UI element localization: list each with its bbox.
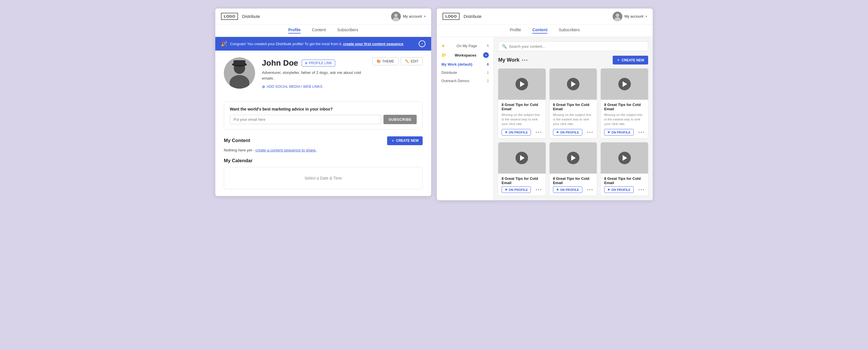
on-my-page-count: 6 (487, 44, 489, 48)
content-card: 8 Great Tips for Cold Email Missing on t… (601, 68, 648, 138)
search-input[interactable] (509, 44, 645, 49)
card-title: 8 Great Tips for Cold Email (553, 103, 594, 111)
left-nav-tabs: Profile Content Subscribers (215, 24, 431, 37)
right-tab-profile[interactable]: Profile (510, 28, 521, 33)
on-profile-button[interactable]: ★ ON PROFILE (604, 129, 633, 136)
sidebar-item-label: Distribute (441, 70, 457, 75)
plus-icon: ＋ (617, 58, 620, 62)
card-thumbnail (550, 142, 597, 174)
play-button[interactable] (567, 78, 580, 90)
subscribe-button[interactable]: SUBSCRIBE (383, 115, 417, 124)
card-body: 8 Great Tips for Cold Email ★ ON PROFILE… (601, 174, 648, 196)
card-footer: ★ ON PROFILE ••• (502, 129, 542, 136)
card-more-button[interactable]: ••• (536, 130, 542, 135)
right-account-label: My account (625, 14, 643, 19)
right-body: ★ On My Page 6 📁 Workspaces + My Work (d… (437, 37, 653, 200)
email-input[interactable] (230, 115, 381, 124)
card-more-button[interactable]: ••• (587, 187, 594, 192)
card-more-button[interactable]: ••• (587, 130, 594, 135)
banner-arrow-icon[interactable]: › (418, 40, 426, 47)
sidebar-item-label: My Work (default) (441, 62, 472, 66)
star-icon: ★ (556, 188, 559, 192)
my-work-title: My Work (498, 57, 520, 63)
create-new-button[interactable]: ＋ CREATE NEW (387, 136, 423, 145)
right-tab-subscribers[interactable]: Subscribers (559, 28, 580, 33)
left-tab-subscribers[interactable]: Subscribers (337, 28, 358, 33)
edit-button[interactable]: ✏️ EDIT (401, 57, 423, 65)
my-calendar-title: My Calendar (224, 158, 423, 164)
card-title: 8 Great Tips for Cold Email (502, 103, 542, 111)
workspaces-section: 📁 Workspaces + (437, 50, 493, 60)
card-more-button[interactable]: ••• (638, 187, 645, 192)
left-account-menu[interactable]: My account ▾ (391, 12, 426, 21)
banner-link[interactable]: create your first content sequence (343, 42, 403, 46)
play-button[interactable] (567, 152, 580, 164)
play-button[interactable] (516, 152, 528, 164)
sidebar-item-outreach[interactable]: Outreach Demos 2 (437, 77, 493, 85)
sidebar-item-count-0: 6 (487, 62, 489, 66)
add-workspace-button[interactable]: + (483, 52, 489, 58)
content-create-new-button[interactable]: ＋ CREATE NEW (613, 56, 648, 64)
right-app-name: Distribute (464, 14, 482, 19)
on-profile-button[interactable]: ★ ON PROFILE (553, 129, 582, 136)
profile-info-section: John Doe ⊕ PROFILE LINK Adventurer, stor… (224, 57, 372, 89)
content-area: 🔍 My Work ••• ＋ CREATE NEW (494, 37, 653, 200)
card-title: 8 Great Tips for Cold Email (553, 176, 594, 185)
edit-icon: ✏️ (405, 59, 409, 63)
sidebar-item-my-work[interactable]: My Work (default) 6 (437, 60, 493, 68)
profile-link-button[interactable]: ⊕ PROFILE LINK (302, 60, 335, 66)
play-button[interactable] (618, 78, 631, 90)
profile-content: John Doe ⊕ PROFILE LINK Adventurer, stor… (215, 51, 431, 196)
card-desc: Missing on the subject line is the easie… (502, 113, 542, 126)
add-social-button[interactable]: ⊕ ADD SOCIAL MEDIA / WEB LINKS (262, 84, 372, 89)
card-body: 8 Great Tips for Cold Email ★ ON PROFILE… (498, 174, 546, 196)
left-app-name: Distribute (242, 14, 260, 19)
card-footer: ★ ON PROFILE ••• (502, 186, 542, 193)
card-title: 8 Great Tips for Cold Email (502, 176, 542, 185)
profile-avatar (224, 57, 255, 89)
sidebar: ★ On My Page 6 📁 Workspaces + My Work (d… (437, 37, 494, 200)
right-logo: LOGO (442, 13, 460, 20)
card-thumbnail (550, 68, 597, 100)
card-footer: ★ ON PROFILE ••• (553, 186, 594, 193)
profile-name: John Doe (262, 59, 298, 68)
on-profile-button[interactable]: ★ ON PROFILE (502, 129, 531, 136)
left-account-label: My account (403, 14, 422, 19)
play-icon (571, 155, 576, 161)
right-avatar (613, 12, 622, 21)
card-more-button[interactable]: ••• (638, 130, 645, 135)
play-icon (623, 155, 627, 161)
right-tab-content[interactable]: Content (532, 28, 547, 33)
right-account-menu[interactable]: My account ▾ (613, 12, 647, 21)
on-profile-button[interactable]: ★ ON PROFILE (502, 186, 531, 193)
search-bar: 🔍 (498, 41, 648, 51)
play-button[interactable] (618, 152, 631, 164)
card-body: 8 Great Tips for Cold Email ★ ON PROFILE… (550, 174, 597, 196)
svg-point-1 (394, 13, 398, 17)
card-thumbnail (498, 68, 546, 100)
empty-content-text: Nothing here yet - create a content sequ… (224, 148, 423, 152)
sidebar-item-count-2: 2 (487, 79, 489, 83)
star-icon: ★ (607, 130, 610, 134)
play-button[interactable] (516, 78, 528, 90)
sidebar-on-my-page[interactable]: ★ On My Page 6 (437, 41, 493, 50)
right-header: LOGO Distribute My account ▾ (437, 8, 653, 24)
card-more-button[interactable]: ••• (536, 187, 542, 192)
left-tab-content[interactable]: Content (312, 28, 326, 33)
on-profile-button[interactable]: ★ ON PROFILE (553, 186, 582, 193)
svg-point-9 (616, 13, 619, 17)
left-logo: LOGO (221, 13, 238, 20)
on-profile-button[interactable]: ★ ON PROFILE (604, 186, 633, 193)
star-icon: ★ (441, 43, 445, 48)
sidebar-item-label: Outreach Demos (441, 79, 469, 83)
create-sequence-link[interactable]: create a content sequence to share. (255, 148, 316, 152)
sidebar-item-distribute[interactable]: Distribute 1 (437, 68, 493, 77)
star-icon: ★ (607, 188, 610, 192)
right-nav-tabs: Profile Content Subscribers (437, 24, 653, 37)
theme-icon: 🎨 (377, 59, 381, 63)
more-options-button[interactable]: ••• (522, 58, 528, 63)
theme-button[interactable]: 🎨 THEME (372, 57, 399, 65)
link-icon: ⊕ (305, 61, 308, 65)
card-footer: ★ ON PROFILE ••• (604, 129, 645, 136)
left-tab-profile[interactable]: Profile (288, 28, 301, 33)
